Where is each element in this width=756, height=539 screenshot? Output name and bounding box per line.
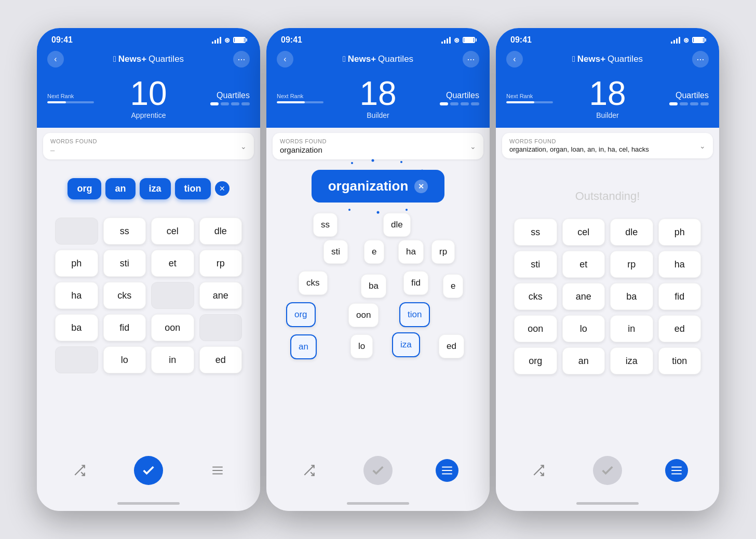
list-button-3[interactable]: [665, 459, 688, 482]
tile-rp-3[interactable]: rp: [610, 251, 653, 278]
selected-tile-an[interactable]: an: [105, 178, 135, 199]
tile-ss-1[interactable]: ss: [103, 218, 146, 245]
tile-oon-3[interactable]: oon: [514, 315, 557, 342]
svg-point-13: [400, 161, 402, 163]
words-found-content-3: WORDS FOUND organization, organ, loan, a…: [509, 138, 699, 153]
tile-cks-3[interactable]: cks: [514, 283, 557, 310]
words-found-text-1: –: [50, 145, 240, 154]
check-button-1[interactable]: [134, 456, 163, 485]
scattered-dle[interactable]: dle: [383, 213, 411, 237]
tile-tion-3[interactable]: tion: [658, 347, 701, 374]
words-found-content-1: WORDS FOUND –: [50, 138, 240, 154]
big-word-tile-2[interactable]: organization ✕: [312, 170, 445, 203]
tile-ba-1[interactable]: ba: [55, 314, 98, 341]
tile-oon-1[interactable]: oon: [151, 314, 194, 341]
tile-cel-3[interactable]: cel: [562, 219, 605, 246]
news-plus-label-1: News+: [118, 54, 146, 64]
scattered-iza[interactable]: iza: [392, 332, 420, 357]
more-button-3[interactable]: ···: [692, 51, 709, 68]
tile-an-3[interactable]: an: [562, 347, 605, 374]
scattered-fid[interactable]: fid: [403, 271, 428, 295]
selected-tile-org[interactable]: org: [68, 178, 101, 199]
quartiles-label-text-3: Quartiles: [637, 91, 709, 100]
back-button-3[interactable]: ‹: [506, 51, 523, 68]
big-word-display-2: organization ✕: [312, 170, 445, 203]
tile-in-3[interactable]: in: [610, 315, 653, 342]
qdot-3-3: [690, 102, 698, 105]
svg-point-14: [348, 209, 350, 211]
tile-iza-3[interactable]: iza: [610, 347, 653, 374]
tile-cks-1[interactable]: cks: [103, 282, 146, 309]
tile-ed-3[interactable]: ed: [658, 315, 701, 342]
scattered-ss[interactable]: ss: [313, 213, 338, 237]
tile-fid-1[interactable]: fid: [103, 314, 146, 341]
clear-button-1[interactable]: ✕: [215, 181, 230, 196]
tile-cel-1[interactable]: cel: [151, 218, 194, 245]
tile-ha-3[interactable]: ha: [658, 251, 701, 278]
big-word-clear-2[interactable]: ✕: [414, 180, 428, 193]
selected-tile-tion[interactable]: tion: [175, 178, 211, 199]
more-button-1[interactable]: ···: [233, 51, 250, 68]
tile-sti-3[interactable]: sti: [514, 251, 557, 278]
tile-fid-3[interactable]: fid: [658, 283, 701, 310]
scattered-cks[interactable]: cks: [299, 271, 328, 295]
tile-et-3[interactable]: et: [562, 251, 605, 278]
shuffle-button-3[interactable]: [527, 459, 550, 482]
tile-ed-1[interactable]: ed: [199, 346, 242, 373]
tile-in-1[interactable]: in: [151, 346, 194, 373]
tile-dle-1[interactable]: dle: [199, 218, 242, 245]
tile-ss-3[interactable]: ss: [514, 219, 557, 246]
shuffle-button-2[interactable]: [298, 459, 320, 482]
check-button-3[interactable]: [593, 456, 622, 485]
list-button-1[interactable]: [206, 459, 229, 482]
tile-ane-1[interactable]: ane: [199, 282, 242, 309]
tile-et-1[interactable]: et: [151, 250, 194, 277]
back-button-1[interactable]: ‹: [47, 51, 64, 68]
scattered-lo[interactable]: lo: [350, 334, 373, 358]
scattered-rp[interactable]: rp: [431, 240, 455, 264]
status-bar-3: 09:41 ⊛: [496, 28, 719, 49]
list-button-2[interactable]: [436, 459, 458, 482]
words-found-text-3: organization, organ, loan, an, in, ha, c…: [509, 145, 699, 153]
scattered-oon[interactable]: oon: [348, 303, 379, 327]
tile-dle-3[interactable]: dle: [610, 219, 653, 246]
selected-tile-iza[interactable]: iza: [140, 178, 171, 199]
words-found-label-1: WORDS FOUND: [50, 138, 240, 144]
tile-lo-3[interactable]: lo: [562, 315, 605, 342]
tile-ph-3[interactable]: ph: [658, 219, 701, 246]
words-found-bar-3[interactable]: WORDS FOUND organization, organ, loan, a…: [502, 133, 713, 158]
words-found-label-3: WORDS FOUND: [509, 138, 699, 144]
scattered-ba[interactable]: ba: [361, 274, 386, 298]
qdot-2-2: [450, 102, 458, 105]
tile-empty-3: [199, 314, 242, 341]
scattered-an[interactable]: an: [290, 334, 317, 359]
tile-sti-1[interactable]: sti: [103, 250, 146, 277]
tile-ph-1[interactable]: ph: [55, 250, 98, 277]
scattered-ha[interactable]: ha: [398, 240, 424, 264]
tile-org-3[interactable]: org: [514, 347, 557, 374]
scattered-e2[interactable]: e: [443, 274, 463, 298]
battery-icon-1: [233, 37, 246, 43]
qdot-2: [221, 102, 229, 105]
tile-ane-3[interactable]: ane: [562, 283, 605, 310]
check-button-2[interactable]: [363, 456, 393, 485]
scattered-tion[interactable]: tion: [399, 302, 430, 327]
tile-ba-3[interactable]: ba: [610, 283, 653, 310]
words-found-bar-2[interactable]: WORDS FOUND organization ⌄: [273, 133, 483, 159]
svg-point-16: [406, 209, 408, 211]
tile-lo-1[interactable]: lo: [103, 346, 146, 373]
back-button-2[interactable]: ‹: [277, 51, 293, 68]
quartiles-label-1: Quartiles: [148, 54, 184, 64]
apple-logo-1: : [113, 55, 116, 64]
more-button-2[interactable]: ···: [463, 51, 479, 68]
splash-container-2: organization ✕: [312, 170, 445, 203]
tile-rp-1[interactable]: rp: [199, 250, 242, 277]
scattered-ed[interactable]: ed: [439, 334, 464, 358]
shuffle-button-1[interactable]: [68, 459, 91, 482]
tile-ha-1[interactable]: ha: [55, 282, 98, 309]
tile-grid-1: ss cel dle ph sti et rp ha cks ane ba fi…: [50, 218, 247, 373]
scattered-e1[interactable]: e: [364, 240, 384, 264]
words-found-bar-1[interactable]: WORDS FOUND – ⌄: [43, 133, 254, 159]
scattered-sti[interactable]: sti: [323, 240, 348, 264]
scattered-org[interactable]: org: [286, 302, 316, 327]
